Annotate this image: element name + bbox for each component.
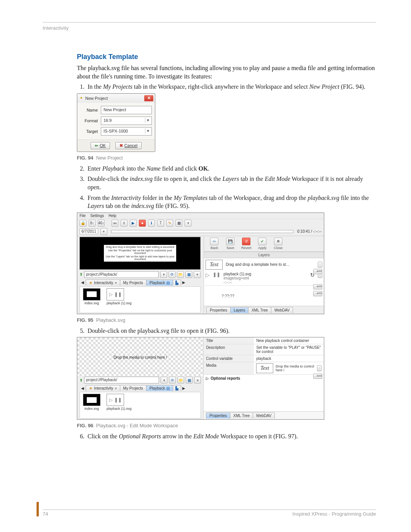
add-layer-button[interactable]: …add bbox=[313, 291, 322, 296]
nav-right-icon[interactable]: ▶ bbox=[181, 280, 187, 284]
text-drop-box[interactable]: Text bbox=[206, 260, 223, 270]
tab-xml-tree[interactable]: XML Tree bbox=[248, 307, 271, 313]
prop-desc-value[interactable]: Set the variable to "PLAY" or "PAUSE" fo… bbox=[254, 344, 324, 355]
spin-a[interactable]: 8↕ bbox=[89, 220, 96, 227]
prop-cv-value[interactable]: playback bbox=[254, 355, 324, 362]
tab-webdav[interactable]: WebDAV bbox=[253, 412, 275, 419]
canvas-area[interactable]: Drop the media to control here ! bbox=[77, 337, 203, 376]
step-5: Double-click on the playback.svg file to… bbox=[86, 327, 376, 335]
tab-playback[interactable]: Playback▤ bbox=[146, 280, 174, 286]
record-icon[interactable]: ● bbox=[139, 220, 146, 227]
refresh-icon[interactable]: ⟳ bbox=[169, 377, 176, 383]
tab-my-projects[interactable]: My Projects bbox=[120, 280, 147, 286]
add-layer-button[interactable]: …add bbox=[313, 284, 322, 289]
media-text-box[interactable]: Text bbox=[256, 363, 273, 373]
play-icon[interactable]: ▶ bbox=[130, 220, 137, 227]
view-icon[interactable]: ▦ bbox=[185, 271, 192, 278]
add-layer-button[interactable]: …add bbox=[313, 269, 322, 274]
chevron-down-icon[interactable]: ▼ bbox=[145, 118, 151, 123]
doc-title-footer: Inspired XPress - Programming Guide bbox=[292, 511, 376, 517]
tab-more[interactable]: ▙ bbox=[173, 385, 181, 391]
folder-icon[interactable]: 📁 bbox=[177, 271, 184, 278]
target-label: Target bbox=[80, 129, 98, 134]
chevron-down-icon[interactable]: ▾ bbox=[100, 228, 107, 235]
triangle-right-icon: ▷ bbox=[206, 376, 209, 380]
up-icon[interactable]: ⬆ bbox=[80, 378, 83, 382]
add-media-button[interactable]: …add bbox=[313, 374, 322, 379]
handle-icon[interactable]: ⋮ bbox=[318, 262, 322, 268]
pause-icon: ❚❚ bbox=[114, 292, 122, 297]
close-button[interactable]: ✖Close bbox=[270, 238, 286, 250]
thumb-index[interactable]: index.svg bbox=[83, 288, 100, 305]
play-icon: ▷ bbox=[109, 292, 113, 297]
menu-help[interactable]: Help bbox=[108, 214, 116, 218]
handle-icon[interactable]: ⋮ bbox=[317, 365, 322, 371]
info-icon[interactable]: ℹ bbox=[148, 220, 155, 227]
menu-settings[interactable]: Settings bbox=[90, 214, 104, 218]
tab-xml-tree[interactable]: XML Tree bbox=[230, 412, 253, 419]
timeline-slider[interactable] bbox=[111, 230, 293, 233]
apply-button[interactable]: ✔Apply bbox=[254, 238, 270, 250]
refresh-icon[interactable]: ⟳ bbox=[169, 271, 175, 278]
nav-right-icon[interactable]: ▶ bbox=[181, 386, 187, 390]
tab-my-projects[interactable]: My Projects bbox=[120, 385, 147, 391]
tab-properties[interactable]: Properties bbox=[206, 412, 230, 419]
fig96-caption: FIG. 96 Playback.svg - Edit Mode Workspa… bbox=[77, 423, 376, 428]
header-section: Interactivity bbox=[43, 25, 376, 31]
step-6: Click on the Optional Reports arrow in t… bbox=[86, 432, 376, 441]
tab-webdav[interactable]: WebDAV bbox=[271, 307, 293, 313]
optional-reports-toggle[interactable]: ▷Optional reports bbox=[204, 375, 324, 382]
page-number: 74 bbox=[43, 511, 48, 517]
nav-left-icon[interactable]: ◀ bbox=[80, 386, 86, 390]
view-icon[interactable]: ▦ bbox=[186, 377, 193, 383]
spin-b[interactable]: 46↕ bbox=[98, 220, 105, 227]
thumb-index[interactable]: index.svg bbox=[83, 394, 100, 411]
path-field[interactable]: project://Playback/ bbox=[84, 271, 159, 278]
up-icon[interactable]: ⬆ bbox=[80, 272, 83, 276]
format-label: Format bbox=[80, 118, 98, 123]
cancel-button[interactable]: ✖Cancel bbox=[115, 142, 142, 149]
format-select[interactable]: 16:9▼ bbox=[101, 117, 152, 125]
target-select[interactable]: IS-SPX-1000▼ bbox=[101, 127, 152, 136]
ok-icon: ⇐ bbox=[95, 143, 98, 148]
ok-button[interactable]: ⇐OK bbox=[91, 142, 110, 149]
layers-drop-row[interactable]: Text Drag and drop a template here to st… bbox=[206, 260, 322, 270]
tab-interactivity[interactable]: ★Interactivity▾ bbox=[86, 385, 120, 391]
name-label: Name bbox=[80, 108, 98, 112]
lock-icon[interactable]: 🔒 bbox=[80, 220, 86, 227]
chevron-down-icon[interactable]: ▾ bbox=[161, 377, 167, 383]
step-1: In the My Projects tab in the Workspace,… bbox=[86, 83, 376, 91]
save-button[interactable]: 💾Save bbox=[222, 238, 238, 250]
intro-paragraph: The playback.svg file has several functi… bbox=[77, 64, 376, 80]
close-icon[interactable]: ✕ bbox=[144, 95, 153, 101]
chevron-down-icon[interactable]: ▼ bbox=[145, 128, 151, 134]
text-icon[interactable]: T bbox=[157, 220, 164, 227]
prop-title-value[interactable]: New playback control container bbox=[254, 337, 324, 344]
layer-row[interactable]: ▷ ❚❚ playback (1).svg image/svg+xml -:--… bbox=[206, 271, 322, 286]
edit-icon[interactable]: ✎ bbox=[166, 220, 173, 227]
nav-left-icon[interactable]: ◀ bbox=[80, 280, 86, 284]
folder-icon[interactable]: 📁 bbox=[177, 377, 184, 383]
dropdown-icon[interactable]: ▾ bbox=[185, 220, 191, 227]
tab-interactivity[interactable]: ★Interactivity▾ bbox=[86, 280, 120, 286]
tab-layers[interactable]: Layers bbox=[230, 307, 249, 313]
thumb-playback[interactable]: ▷❚❚ playback (1).svg bbox=[107, 394, 132, 411]
revert-button[interactable]: ↺Revert bbox=[238, 238, 254, 250]
back-button[interactable]: ⇦Back bbox=[206, 238, 222, 250]
tab-more[interactable]: ▙ bbox=[173, 280, 181, 286]
play-icon: ▷ bbox=[109, 397, 113, 403]
date-field[interactable]: 6/7/2011 bbox=[80, 228, 98, 234]
tab-properties[interactable]: Properties bbox=[206, 307, 231, 313]
tab-playback[interactable]: Playback▤ bbox=[146, 385, 174, 391]
grid-icon[interactable]: ▦ bbox=[175, 220, 182, 227]
name-field[interactable]: New Project bbox=[101, 106, 152, 114]
dialog-title: New Project bbox=[85, 96, 142, 101]
chevron-down-icon[interactable]: ▾ bbox=[194, 271, 201, 278]
chevron-down-icon[interactable]: ▾ bbox=[160, 271, 167, 278]
path-field[interactable]: project://Playback/ bbox=[84, 377, 159, 383]
skip-start-icon[interactable]: ⏮ bbox=[112, 220, 118, 227]
thumb-playback[interactable]: ▷❚❚ playback (1).svg bbox=[107, 288, 132, 305]
chevron-down-icon[interactable]: ▾ bbox=[194, 377, 201, 383]
pause-icon[interactable]: ⏸ bbox=[121, 220, 127, 227]
menu-file[interactable]: File bbox=[80, 214, 86, 218]
